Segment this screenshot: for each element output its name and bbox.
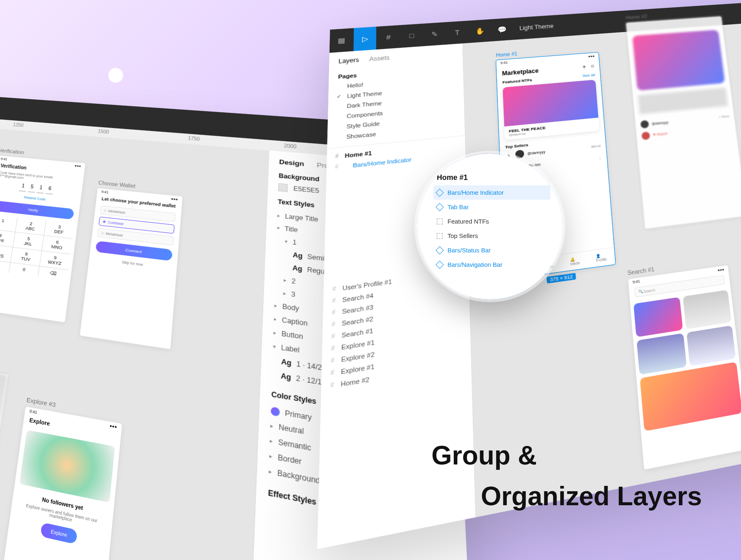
selection-dimensions: 375 × 812: [547, 273, 576, 284]
component-icon: [436, 189, 444, 197]
frame-icon: [437, 233, 443, 239]
component-icon: [436, 261, 444, 269]
pen-tool-icon[interactable]: ✎: [424, 22, 446, 46]
artboard-label: Choose Wallet: [98, 180, 135, 189]
layer-item[interactable]: Tab Bar: [433, 200, 550, 214]
decoration-dot: [108, 68, 123, 83]
canvas[interactable]: Sign up 9:41●●● Sign in Sign up Create n…: [0, 121, 269, 560]
comment-tool-icon[interactable]: 💬: [491, 18, 513, 41]
text-tool-icon[interactable]: T: [446, 21, 468, 44]
tab-design[interactable]: Design: [279, 158, 304, 168]
bg-swatch[interactable]: [278, 183, 288, 192]
artboard-explore2[interactable]: Explore #2 Purchase now Follow Share NFT…: [0, 359, 8, 560]
hand-tool-icon[interactable]: ✋: [469, 19, 491, 43]
frame-icon: [437, 219, 443, 224]
tab-assets[interactable]: Assets: [369, 54, 389, 63]
artboard-home2[interactable]: Home #2 @dannyyy⤴ Share ⚑ Report: [626, 16, 741, 229]
component-icon: [436, 203, 444, 211]
artboard-verification[interactable]: Verification 9:41●●● Verification Code h…: [0, 156, 85, 322]
tab-layers[interactable]: Layers: [338, 56, 359, 65]
artboard-wallet[interactable]: Choose Wallet 9:41●●● Let choose your pr…: [80, 188, 182, 349]
layer-item[interactable]: Bars/Navigation Bar: [433, 257, 550, 272]
shape-tool-icon[interactable]: □: [401, 23, 423, 48]
marketing-headline: Group & Organized Layers: [431, 435, 702, 517]
layer-frame-header[interactable]: Home #1: [433, 170, 550, 185]
component-icon: [436, 246, 444, 254]
artboard-explore3[interactable]: Explore #3 9:41●●● Explore No followers …: [0, 406, 122, 560]
primary-swatch[interactable]: [270, 406, 280, 417]
artboard-label: Explore #3: [26, 396, 56, 408]
document-title: Light Theme: [519, 23, 554, 32]
layer-item[interactable]: Top Sellers: [433, 229, 550, 243]
frame-tool-icon[interactable]: #: [377, 25, 399, 49]
figma-menu-icon[interactable]: ▦: [329, 28, 353, 53]
move-tool-icon[interactable]: ▷: [354, 27, 376, 51]
artboard-label: Verification: [0, 147, 24, 155]
magnifier-lens: Home #1 Bars/Home Indicator Tab Bar Feat…: [416, 152, 564, 301]
layer-item[interactable]: Bars/Status Bar: [433, 243, 550, 257]
layer-item[interactable]: Bars/Home Indicator: [433, 185, 550, 200]
layer-item[interactable]: Featured NTFs: [433, 214, 550, 229]
